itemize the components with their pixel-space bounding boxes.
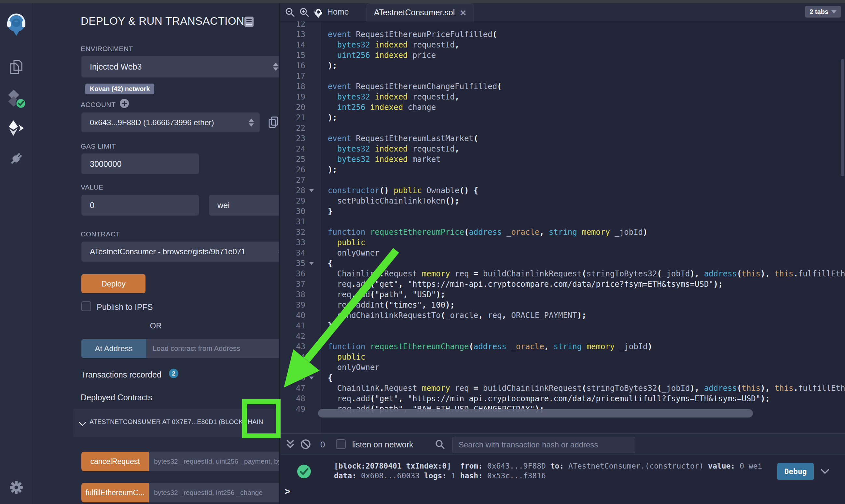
function-button-cancelrequest[interactable]: cancelRequest — [81, 452, 149, 471]
code-text: req.add("get", "https://min-api.cryptoco… — [318, 279, 723, 289]
deploy-and-run-icon[interactable] — [0, 120, 33, 137]
code-line-38[interactable]: 38 req.add("path", "USD"); — [280, 289, 845, 300]
code-line-25[interactable]: 25 bytes32 indexed market — [280, 154, 845, 164]
copy-account-icon[interactable] — [268, 116, 279, 128]
code-line-24[interactable]: 24 bytes32 indexed requestId, — [280, 144, 845, 154]
code-line-13[interactable]: 13 event RequestEthereumPriceFulfilled( — [280, 29, 845, 40]
code-line-29[interactable]: 29 setPublicChainlinkToken(); — [280, 196, 845, 206]
fold-caret-icon[interactable] — [305, 185, 318, 196]
editor-horizontal-scrollbar[interactable] — [318, 409, 753, 417]
code-line-27[interactable]: 27 — [280, 175, 845, 185]
fold-gutter — [305, 331, 318, 341]
fold-caret-icon[interactable] — [305, 258, 318, 269]
code-line-16[interactable]: 16 ); — [280, 60, 845, 71]
listen-on-network-checkbox[interactable] — [336, 439, 346, 449]
terminal-search-input[interactable] — [452, 437, 635, 453]
code-line-28[interactable]: 28 constructor() public Ownable() { — [280, 185, 845, 196]
code-line-44[interactable]: 44 public — [280, 352, 845, 362]
remix-logo-icon[interactable] — [0, 12, 33, 37]
code-editor[interactable]: 1213 event RequestEthereumPriceFulfilled… — [280, 21, 845, 433]
function-params-input[interactable]: bytes32 _requestId, int256 _change — [149, 483, 286, 502]
at-address-button[interactable]: At Address — [81, 339, 146, 358]
code-line-30[interactable]: 30 } — [280, 206, 845, 217]
code-line-48[interactable]: 48 req.add("get", "https://min-api.crypt… — [280, 393, 845, 404]
gas-limit-input[interactable] — [81, 154, 199, 174]
fold-gutter — [305, 112, 318, 123]
fold-caret-icon[interactable] — [305, 373, 318, 383]
code-line-33[interactable]: 33 public — [280, 237, 845, 248]
line-number: 17 — [280, 71, 305, 81]
code-line-40[interactable]: 40 sendChainlinkRequestTo(_oracle, req, … — [280, 310, 845, 321]
solidity-compiler-icon[interactable] — [0, 88, 33, 110]
code-line-42[interactable]: 42 — [280, 331, 845, 341]
line-number: 28 — [280, 185, 305, 196]
code-line-41[interactable]: 41 } — [280, 321, 845, 331]
expand-console-double-chevron-icon[interactable] — [285, 439, 296, 450]
select-spinner-icon — [273, 63, 278, 71]
value-input[interactable] — [81, 195, 199, 216]
code-line-26[interactable]: 26 ); — [280, 164, 845, 175]
docs-book-icon[interactable] — [244, 16, 254, 27]
contract-expand-chevron-icon[interactable] — [79, 419, 86, 426]
plugin-manager-icon[interactable] — [0, 151, 33, 166]
account-select[interactable]: 0x643...9F88D (1.666673996 ether) — [81, 112, 260, 132]
function-button-fulfillethereumchange[interactable]: fulfillEthereumC... — [81, 483, 149, 502]
terminal-prompt[interactable]: > — [284, 485, 290, 497]
fold-gutter — [305, 123, 318, 133]
terminal-log-entry[interactable]: [block:20780401 txIndex:0] from: 0x643..… — [334, 461, 762, 481]
log-expand-chevron-icon[interactable] — [821, 465, 829, 474]
code-line-18[interactable]: 18 event RequestEthereumChangeFulfilled( — [280, 81, 845, 92]
fold-gutter — [305, 404, 318, 414]
code-text: } — [318, 206, 332, 217]
code-line-15[interactable]: 15 uint256 indexed price — [280, 50, 845, 60]
code-line-46[interactable]: 46 { — [280, 373, 845, 383]
contract-select[interactable]: ATestnetConsumer - browser/gists/9b71e07… — [81, 241, 286, 262]
fold-gutter — [305, 133, 318, 144]
code-line-14[interactable]: 14 bytes32 indexed requestId, — [280, 40, 845, 50]
line-number: 18 — [280, 81, 305, 92]
fold-gutter — [305, 175, 318, 185]
deploy-button[interactable]: Deploy — [81, 274, 145, 293]
zoom-in-icon[interactable] — [299, 7, 310, 18]
code-line-17[interactable]: 17 — [280, 71, 845, 81]
at-address-input[interactable]: Load contract from Address — [146, 339, 296, 358]
code-line-32[interactable]: 32 function requestEthereumPrice(address… — [280, 227, 845, 237]
line-number: 30 — [280, 206, 305, 217]
code-line-12[interactable]: 12 — [280, 21, 845, 29]
tab-atestnetconsumer[interactable]: ATestnetConsumer.sol × — [366, 3, 474, 21]
code-line-35[interactable]: 35 { — [280, 258, 845, 269]
code-line-45[interactable]: 45 onlyOwner — [280, 362, 845, 373]
line-number: 26 — [280, 164, 305, 175]
fold-gutter — [305, 321, 318, 331]
clear-console-ban-icon[interactable] — [300, 439, 311, 450]
code-line-47[interactable]: 47 Chainlink.Request memory req = buildC… — [280, 383, 845, 393]
code-line-37[interactable]: 37 req.add("get", "https://min-api.crypt… — [280, 279, 845, 289]
home-tab[interactable]: Home — [327, 7, 349, 17]
code-line-20[interactable]: 20 int256 indexed change — [280, 102, 845, 112]
tabs-count-button[interactable]: 2 tabs — [805, 6, 841, 18]
code-line-19[interactable]: 19 bytes32 indexed requestId, — [280, 92, 845, 102]
settings-gear-icon[interactable] — [0, 481, 33, 494]
editor-vertical-scrollbar[interactable] — [841, 59, 844, 176]
code-line-43[interactable]: 43 function requestEthereumChange(addres… — [280, 341, 845, 352]
add-account-icon[interactable] — [119, 98, 129, 108]
home-icon[interactable] — [313, 7, 324, 18]
code-line-22[interactable]: 22 — [280, 123, 845, 133]
environment-select[interactable]: Injected Web3 — [81, 56, 284, 77]
line-number: 39 — [280, 300, 305, 310]
close-tab-icon[interactable]: × — [460, 7, 466, 18]
function-params-input[interactable]: bytes32 _requestId, uint256 _payment, by — [149, 452, 286, 471]
debug-button[interactable]: Debug — [777, 463, 814, 480]
code-line-36[interactable]: 36 Chainlink.Request memory req = buildC… — [280, 269, 845, 279]
zoom-out-icon[interactable] — [285, 7, 295, 18]
contract-function-list: cancelRequestbytes32 _requestId, uint256… — [81, 452, 297, 504]
file-explorer-icon[interactable] — [0, 59, 33, 75]
publish-ipfs-checkbox[interactable] — [81, 302, 91, 311]
code-line-31[interactable]: 31 — [280, 217, 845, 227]
code-line-39[interactable]: 39 req.addInt("times", 100); — [280, 300, 845, 310]
code-line-34[interactable]: 34 onlyOwner — [280, 248, 845, 258]
code-line-23[interactable]: 23 event RequestEthereumLastMarket( — [280, 133, 845, 144]
line-number: 46 — [280, 373, 305, 383]
fold-gutter — [305, 248, 318, 258]
code-line-21[interactable]: 21 ); — [280, 112, 845, 123]
